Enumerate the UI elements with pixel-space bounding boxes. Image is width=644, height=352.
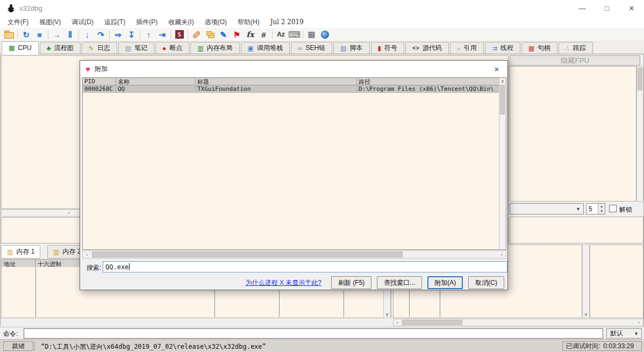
- search-input[interactable]: QQ.exe: [103, 261, 507, 272]
- status-badge: 就绪: [3, 341, 33, 351]
- process-row-selected[interactable]: 0000268C QQ TXGuiFoundation D:\Program F…: [83, 85, 506, 93]
- rows-combobox[interactable]: ▼: [510, 203, 584, 214]
- step-out-button[interactable]: ↑: [142, 28, 155, 40]
- profile-dropdown[interactable]: 默认 ▼: [606, 328, 642, 339]
- info-pane-right: [510, 217, 643, 243]
- toolbar-separator: [17, 30, 18, 39]
- step-into-button[interactable]: ↓: [81, 28, 94, 40]
- dialog-title-bar[interactable]: ♥ 附加: [80, 61, 507, 77]
- scroll-down-icon[interactable]: ∨: [583, 311, 589, 318]
- tab-source[interactable]: <>源代码: [405, 42, 449, 54]
- hide-fpu-button[interactable]: 隐藏FPU: [510, 55, 640, 66]
- column-name[interactable]: 名称: [116, 78, 196, 85]
- tab-script[interactable]: ▤脚本: [333, 42, 369, 54]
- animate-into-button[interactable]: ⇒: [111, 28, 125, 40]
- registers-vscrollbar[interactable]: [636, 66, 643, 202]
- stack-vscrollbar[interactable]: ∨: [582, 245, 590, 318]
- column-title[interactable]: 标题: [196, 78, 357, 85]
- run-button[interactable]: →: [50, 28, 63, 40]
- stop-button[interactable]: ■: [33, 28, 46, 40]
- process-table-hscrollbar[interactable]: ‹ ›: [82, 250, 506, 258]
- trace-icon: ∴: [566, 45, 570, 52]
- comment-button[interactable]: [203, 28, 217, 40]
- row-count-stepper[interactable]: 5 ▲▼: [586, 203, 605, 214]
- find-window-button[interactable]: 查找窗口...: [377, 276, 422, 289]
- menu-help[interactable]: 帮助(H): [232, 17, 265, 28]
- scrollbar-thumb[interactable]: [638, 68, 642, 90]
- scroll-right-icon[interactable]: ›: [635, 319, 642, 326]
- tab-references[interactable]: ⌕引用: [450, 42, 484, 54]
- tab-cpu[interactable]: ▦CPU: [2, 41, 39, 54]
- cancel-button[interactable]: 取消(C): [468, 276, 504, 289]
- menu-file[interactable]: 文件(F): [2, 17, 34, 28]
- maximize-button[interactable]: □: [595, 0, 619, 16]
- menu-trace[interactable]: 追踪(T): [99, 17, 131, 28]
- scroll-up-icon[interactable]: ∧: [499, 78, 506, 84]
- menu-options[interactable]: 选项(O): [199, 17, 232, 28]
- function-button[interactable]: fx: [244, 28, 257, 40]
- close-button[interactable]: ✕: [619, 0, 644, 16]
- scroll-left-icon[interactable]: ‹: [394, 319, 401, 326]
- column-divider: [35, 268, 36, 317]
- column-address[interactable]: 地址: [2, 260, 35, 267]
- label-button[interactable]: ✎: [217, 28, 230, 40]
- notes-icon: ▤: [125, 45, 131, 52]
- tab-call-stack[interactable]: ▣调用堆栈: [241, 42, 290, 54]
- command-input[interactable]: [24, 328, 603, 339]
- tab-symbols[interactable]: ▮符号: [371, 42, 405, 54]
- watch-pane[interactable]: [590, 245, 643, 318]
- calculator-button[interactable]: ▦: [305, 28, 318, 40]
- menu-view[interactable]: 视图(V): [34, 17, 66, 28]
- skip-button[interactable]: S: [173, 28, 186, 40]
- step-over-button[interactable]: ↷: [94, 28, 108, 40]
- unlock-checkbox[interactable]: [609, 205, 617, 212]
- column-path[interactable]: 路径: [357, 78, 506, 85]
- minimize-button[interactable]: —: [570, 0, 595, 16]
- scrollbar-thumb[interactable]: [402, 320, 462, 325]
- process-table-vscrollbar[interactable]: ∧: [499, 78, 506, 249]
- scroll-right-icon[interactable]: ›: [498, 251, 505, 258]
- tab-memory-map[interactable]: ▥内存布局: [190, 42, 239, 54]
- spin-down-icon[interactable]: ▼: [598, 209, 605, 214]
- scroll-left-icon[interactable]: ‹: [83, 251, 90, 258]
- scroll-left-icon[interactable]: ‹: [65, 210, 73, 216]
- tab-breakpoints[interactable]: ●断点: [155, 42, 189, 54]
- dialog-close-button[interactable]: ×: [486, 61, 507, 77]
- toolbar-separator: [48, 30, 48, 39]
- view-tab-bar: ▦CPU ♣流程图 ✎日志 ▤笔记 ●断点 ▥内存布局 ▣调用堆栈 ∞SEH链 …: [0, 41, 644, 54]
- tab-log[interactable]: ✎日志: [82, 42, 117, 54]
- tab-seh[interactable]: ∞SEH链: [291, 42, 332, 54]
- restart-button[interactable]: ↻: [19, 28, 33, 40]
- run-to-user-code-button[interactable]: ⇥: [155, 28, 169, 40]
- scrollbar-thumb[interactable]: [500, 85, 505, 114]
- menu-bar: 文件(F) 视图(V) 调试(D) 追踪(T) 插件(P) 收藏夹(I) 选项(…: [0, 16, 644, 28]
- attach-button[interactable]: 附加(A): [427, 276, 463, 289]
- tab-memory-1[interactable]: ▥ 内存 1: [1, 245, 40, 258]
- menu-debug[interactable]: 调试(D): [66, 17, 99, 28]
- registers-pane[interactable]: [510, 66, 636, 202]
- open-file-button[interactable]: [2, 28, 16, 40]
- bottom-hscrollbar[interactable]: ‹ ›: [393, 319, 643, 326]
- shortcuts-button[interactable]: ⌨: [288, 28, 301, 40]
- patch-button[interactable]: [190, 28, 203, 40]
- scrollbar-thumb[interactable]: [92, 252, 403, 257]
- website-button[interactable]: [318, 28, 332, 40]
- tab-handles[interactable]: ▦句柄: [521, 42, 557, 54]
- tab-threads[interactable]: ⇉线程: [485, 42, 520, 54]
- execute-till-return-button[interactable]: ↧: [125, 28, 138, 40]
- menu-favourites[interactable]: 收藏夹(I): [163, 17, 199, 28]
- why-not-shown-link[interactable]: 为什么进程 X 未显示于此?: [246, 278, 321, 288]
- source-code-icon: <>: [412, 45, 419, 51]
- menu-plugins[interactable]: 插件(P): [131, 17, 163, 28]
- spin-up-icon[interactable]: ▲: [598, 204, 605, 209]
- font-button[interactable]: Az: [274, 28, 288, 40]
- scroll-down-icon[interactable]: ∨: [384, 311, 390, 318]
- pause-button[interactable]: Ⅱ: [63, 28, 77, 40]
- bookmark-button[interactable]: ⚑: [230, 28, 244, 40]
- tab-graph[interactable]: ♣流程图: [40, 42, 81, 54]
- string-button[interactable]: #: [257, 28, 270, 40]
- refresh-button[interactable]: 刷新 (F5): [331, 276, 371, 289]
- column-pid[interactable]: PID: [83, 78, 116, 85]
- tab-trace[interactable]: ∴跟踪: [559, 42, 593, 54]
- tab-notes[interactable]: ▤笔记: [118, 42, 154, 54]
